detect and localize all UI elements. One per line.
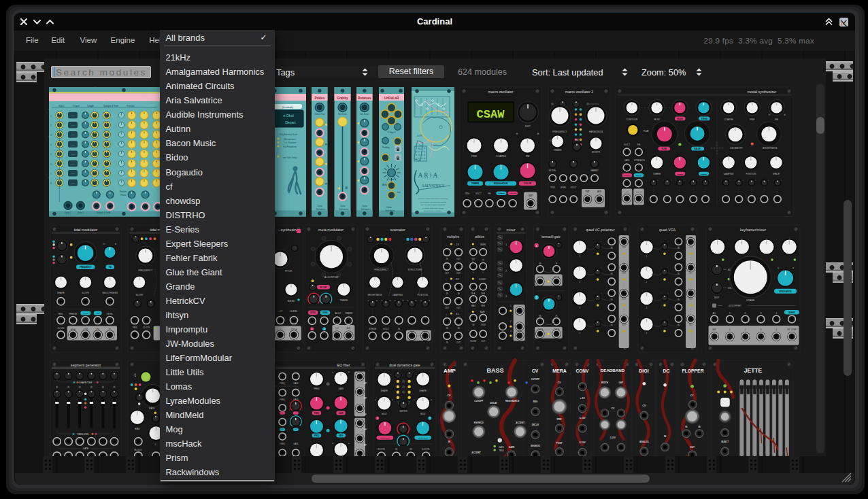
svg-text:V/OCT: V/OCT <box>624 143 630 146</box>
svg-text:POSITION: POSITION <box>418 294 429 296</box>
svg-text:⊕: ⊕ <box>376 299 378 302</box>
svg-text:IN: IN <box>678 298 680 301</box>
svg-text:PITCH: PITCH <box>285 270 293 273</box>
svg-text:SLOPE: SLOPE <box>135 294 143 296</box>
svg-text:CV: CV <box>612 407 615 410</box>
svg-text:HP: HP <box>364 382 367 385</box>
svg-text:Aria: Aria <box>317 204 322 207</box>
svg-text:OUT: OUT <box>689 324 693 326</box>
svg-text:+10V OFFSET: +10V OFFSET <box>728 305 741 307</box>
svg-text:CV: CV <box>690 394 694 397</box>
svg-text:TIMBRE: TIMBRE <box>498 192 505 194</box>
svg-text:IN: IN <box>678 247 680 250</box>
svg-text:Pokles: Pokles <box>314 97 324 100</box>
svg-text:RES: RES <box>533 400 537 403</box>
svg-text:Modular engineering: what it d: Modular engineering: what it does best <box>418 198 448 200</box>
svg-text:4·3·2: 4·3·2 <box>71 182 75 184</box>
svg-text:quad VC-polarizer: quad VC-polarizer <box>586 228 615 232</box>
svg-text:OUT: OUT <box>456 272 461 275</box>
svg-text:PLAY: PLAY <box>644 130 650 133</box>
svg-text:OUT: OUT <box>689 272 693 275</box>
svg-text:BLEND: BLEND <box>290 310 298 313</box>
svg-text:EXCITE: EXCITE <box>422 448 430 451</box>
svg-text:free: free <box>397 191 401 194</box>
svg-text:SPACE: SPACE <box>773 173 780 175</box>
svg-text:OUT: OUT <box>689 246 693 249</box>
svg-text:Output: Output <box>73 105 80 107</box>
svg-text:resonator: resonator <box>390 228 405 232</box>
svg-text:keyframer/mixer: keyframer/mixer <box>740 228 766 232</box>
svg-text:HP: HP <box>364 428 367 431</box>
svg-text:3: 3 <box>579 307 580 309</box>
svg-text:OUT: OUT <box>456 307 461 309</box>
svg-text:ENVMOD: ENVMOD <box>474 421 484 424</box>
svg-text:GAIN: GAIN <box>293 443 298 445</box>
svg-text:CLOCK: CLOCK <box>143 326 150 329</box>
svg-text:advancement of science.: advancement of science. <box>424 210 443 212</box>
svg-text:Zoom: Zoom <box>389 178 395 181</box>
svg-text:1: 1 <box>579 255 580 258</box>
svg-text:MAX: MAX <box>471 305 475 307</box>
svg-text:IN: IN <box>664 435 667 438</box>
svg-text:HARMONICS: HARMONICS <box>589 131 603 133</box>
svg-text:FINE: FINE <box>471 155 478 158</box>
svg-text:OUT: OUT <box>622 324 626 326</box>
svg-text:LEVEL: LEVEL <box>107 313 114 315</box>
svg-text:LEVEL MOD: LEVEL MOD <box>418 437 428 439</box>
svg-text:MODULATION: MODULATION <box>779 290 791 293</box>
svg-text:IN: IN <box>395 448 397 451</box>
svg-text:4·3·2: 4·3·2 <box>71 163 75 165</box>
svg-text:STRUCTURE: STRUCTURE <box>408 269 423 271</box>
svg-text:Aria: Aria <box>362 204 367 207</box>
svg-text:TRIG: TRIG <box>58 313 63 315</box>
svg-text:ALGO: ALGO <box>335 312 341 315</box>
svg-text:OUT: OUT <box>622 272 626 275</box>
svg-text:IN: IN <box>611 247 613 250</box>
svg-text:GAIN: GAIN <box>339 412 344 415</box>
svg-text:LEVEL MOD: LEVEL MOD <box>380 437 390 439</box>
svg-text:1: 1 <box>505 243 507 246</box>
svg-text:⊖: ⊖ <box>381 299 382 302</box>
svg-text:quad VCA: quad VCA <box>659 228 676 232</box>
svg-text:GAIN: GAIN <box>339 434 344 437</box>
svg-text:FLOPPER: FLOPPER <box>682 368 703 373</box>
svg-text:TIMBRE: TIMBRE <box>471 182 480 185</box>
svg-text:2: 2 <box>646 281 648 283</box>
svg-text:dual dynamics gate: dual dynamics gate <box>389 363 420 367</box>
svg-text:AUX: AUX <box>347 327 351 330</box>
svg-text:DEADBAND: DEADBAND <box>601 368 625 373</box>
svg-text:TRIG: TRIG <box>499 449 504 452</box>
svg-text:⊖: ⊖ <box>768 114 770 116</box>
svg-text:Sample & Hold: Sample & Hold <box>103 105 118 107</box>
svg-text:FREQ: FREQ <box>314 388 320 390</box>
svg-text:0-10V: 0-10V <box>580 417 586 419</box>
svg-text:SIGN: SIGN <box>480 243 486 246</box>
svg-text:SMOOTHNESS: SMOOTHNESS <box>102 292 118 294</box>
svg-text:one Safe Delay: one Safe Delay <box>283 156 297 159</box>
svg-text:macro oscillator: macro oscillator <box>488 90 513 94</box>
svg-text:OUT: OUT <box>481 340 485 343</box>
svg-text:GAP: GAP <box>618 381 623 384</box>
svg-text:BRIGHTNESS: BRIGHTNESS <box>763 147 778 150</box>
svg-text:IN: IN <box>611 273 613 275</box>
svg-text:0-10V: 0-10V <box>610 436 616 439</box>
svg-text:AMP: AMP <box>444 368 456 374</box>
svg-text:BLOCK: BLOCK <box>134 449 142 451</box>
svg-text:COARSE: COARSE <box>724 118 734 121</box>
svg-text:STRUM: STRUM <box>369 328 376 330</box>
svg-text:Random: Random <box>120 190 127 193</box>
svg-text:mixer: mixer <box>507 228 516 232</box>
svg-text:RESONANCE: RESONANCE <box>505 400 519 402</box>
svg-text:(Monophonic): (Monophonic) <box>284 138 296 141</box>
svg-text:TRIG: TRIG <box>550 186 556 189</box>
svg-text:POST: POST <box>556 442 563 445</box>
svg-text:FR. STEP: FR. STEP <box>788 328 797 331</box>
svg-text:OUT: OUT <box>456 258 461 260</box>
svg-text:DAMPING: DAMPING <box>393 294 403 296</box>
svg-text:MOD: MOD <box>420 413 426 415</box>
svg-text:IN: IN <box>410 448 412 451</box>
svg-text:3: 3 <box>505 295 507 298</box>
svg-text:Global Trig: Global Trig <box>315 113 324 116</box>
svg-text:BASS: BASS <box>486 367 503 374</box>
svg-text:and you plug in things handmad: and you plug in things handmade <box>420 204 446 206</box>
